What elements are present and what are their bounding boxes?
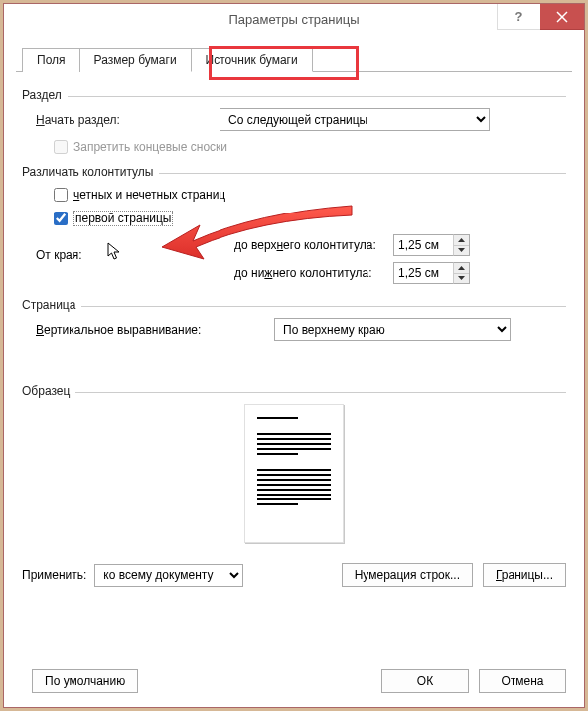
group-section: Раздел (22, 88, 62, 102)
svg-marker-5 (458, 276, 465, 280)
valign-select[interactable]: По верхнему краю (274, 318, 511, 341)
footer-distance-spinner[interactable] (393, 262, 470, 284)
apply-to-select[interactable]: ко всему документу (94, 564, 243, 587)
default-button[interactable]: По умолчанию (32, 669, 138, 693)
svg-marker-2 (458, 238, 465, 242)
dialog-window: Параметры страницы ? Поля Размер бумаги … (3, 3, 585, 708)
apply-to-label: Применить: (22, 568, 86, 582)
spin-up-icon[interactable] (454, 235, 469, 246)
tab-paper-size[interactable]: Размер бумаги (79, 48, 192, 72)
group-page: Страница (22, 298, 75, 312)
window-title: Параметры страницы (228, 12, 359, 27)
start-section-label: Начать раздел: (36, 113, 220, 127)
tab-fields[interactable]: Поля (22, 48, 80, 72)
odd-even-checkbox[interactable] (54, 188, 68, 202)
header-distance-label: до верхнего колонтитула: (234, 238, 393, 252)
help-button[interactable]: ? (497, 4, 540, 30)
header-distance-spinner[interactable] (393, 234, 470, 256)
footer-distance-label: до нижнего колонтитула: (234, 266, 393, 280)
header-distance-input[interactable] (393, 234, 453, 256)
first-page-checkbox[interactable] (54, 212, 68, 225)
odd-even-label: четных и нечетных страниц (74, 188, 225, 202)
footer-distance-input[interactable] (393, 262, 453, 284)
tab-bar: Поля Размер бумаги Источник бумаги (4, 48, 584, 72)
page-preview (244, 404, 344, 543)
group-preview: Образец (22, 384, 70, 398)
line-numbers-button[interactable]: Нумерация строк... (342, 563, 473, 587)
from-edge-label: От края: (36, 234, 234, 284)
start-section-select[interactable]: Со следующей страницы (220, 108, 490, 131)
spin-down-icon[interactable] (454, 274, 469, 284)
valign-label: Вертикальное выравнивание: (36, 323, 274, 337)
tab-paper-source[interactable]: Источник бумаги (191, 48, 313, 72)
svg-marker-3 (458, 248, 465, 252)
spin-up-icon[interactable] (454, 263, 469, 274)
group-headers: Различать колонтитулы (22, 165, 153, 179)
spin-down-icon[interactable] (454, 246, 469, 256)
ok-button[interactable]: ОК (381, 669, 469, 693)
close-button[interactable] (540, 4, 584, 30)
suppress-endnotes-checkbox (54, 140, 68, 154)
borders-button[interactable]: Границы... (483, 563, 566, 587)
suppress-endnotes-label: Запретить концевые сноски (74, 140, 227, 154)
first-page-label: первой страницы (74, 211, 173, 226)
titlebar: Параметры страницы ? (4, 4, 584, 34)
cancel-button[interactable]: Отмена (479, 669, 566, 693)
svg-marker-4 (458, 266, 465, 270)
